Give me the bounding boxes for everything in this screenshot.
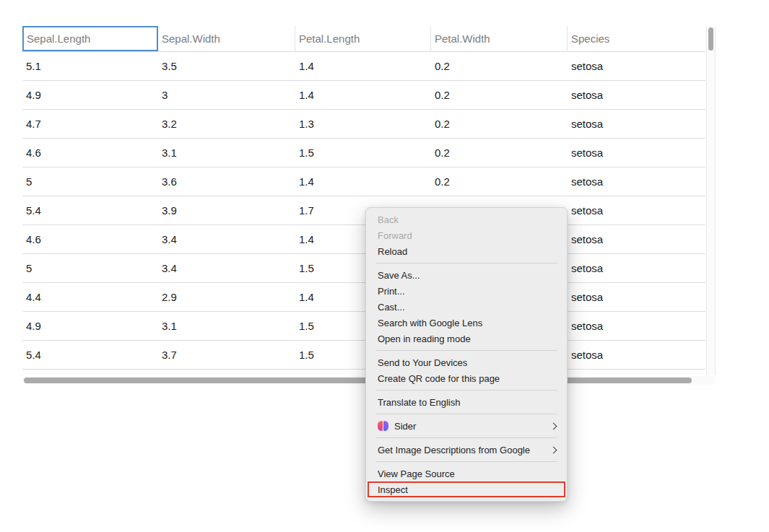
table-cell[interactable]: 5.4 <box>22 196 158 224</box>
table-cell[interactable]: 3.2 <box>158 110 295 138</box>
table-cell[interactable]: 5 <box>22 254 158 282</box>
column-header-petal-width[interactable]: Petal.Width <box>431 26 568 51</box>
table-cell[interactable]: 3.1 <box>158 139 295 167</box>
table-cell[interactable]: setosa <box>568 139 705 167</box>
table-cell[interactable]: setosa <box>568 283 705 311</box>
table-cell[interactable]: 4.6 <box>22 225 158 253</box>
menu-item-label: Translate to English <box>378 397 558 408</box>
table-cell[interactable]: 1.4 <box>295 52 431 80</box>
cell-value: 4.6 <box>26 233 41 245</box>
horizontal-scrollbar-thumb[interactable] <box>24 378 692 383</box>
menu-item-label: Back <box>378 214 558 225</box>
cell-value: 4.4 <box>26 291 41 303</box>
menu-separator <box>376 437 557 438</box>
menu-item-send-to-your-devices[interactable]: Send to Your Devices <box>366 354 567 370</box>
table-cell[interactable]: 3.6 <box>158 167 295 196</box>
table-cell[interactable]: 0.2 <box>431 167 568 196</box>
table-cell[interactable]: 0.2 <box>431 110 568 138</box>
menu-item-reload[interactable]: Reload <box>366 243 567 259</box>
cell-value: setosa <box>571 291 603 303</box>
table-cell[interactable]: 3.9 <box>158 196 295 224</box>
table-cell[interactable]: 3 <box>158 81 295 109</box>
table-cell[interactable]: 0.2 <box>431 139 568 167</box>
cell-value: setosa <box>571 89 603 101</box>
menu-item-label: Reload <box>378 246 558 257</box>
table-cell[interactable]: 1.4 <box>295 167 431 196</box>
menu-separator <box>376 263 557 263</box>
table-cell[interactable]: setosa <box>568 110 705 138</box>
table-cell[interactable]: setosa <box>568 167 705 196</box>
menu-item-create-qr-code-for-this-page[interactable]: Create QR code for this page <box>366 370 567 386</box>
cell-value: 3.6 <box>162 175 177 188</box>
table-row: 4.73.21.30.2setosa <box>22 110 705 139</box>
table-row: 4.63.41.4setosa <box>22 225 705 254</box>
table-cell[interactable]: setosa <box>568 254 705 282</box>
table-cell[interactable]: 2.9 <box>158 283 295 311</box>
table-cell[interactable]: setosa <box>568 52 705 80</box>
table-cell[interactable]: 5.4 <box>22 341 158 369</box>
table-cell[interactable]: 4.4 <box>22 283 158 311</box>
table-cell[interactable]: 1.5 <box>295 139 431 167</box>
table-cell[interactable]: 0.2 <box>431 81 568 109</box>
menu-item-open-in-reading-mode[interactable]: Open in reading mode <box>366 331 567 346</box>
table-cell[interactable]: 4.9 <box>22 312 158 340</box>
cell-value: 0.2 <box>435 147 450 159</box>
cell-value: 5.4 <box>26 204 41 217</box>
table-cell[interactable]: 3.5 <box>158 52 295 80</box>
column-header-sepal-length[interactable]: Sepal.Length <box>22 26 158 51</box>
menu-item-sider[interactable]: Sider <box>366 418 567 434</box>
cell-value: 1.5 <box>299 147 314 159</box>
cell-value: 4.9 <box>26 89 41 101</box>
menu-item-inspect[interactable]: Inspect <box>368 481 565 497</box>
table-cell[interactable]: setosa <box>568 196 705 224</box>
cell-value: 1.5 <box>299 262 314 274</box>
table-cell[interactable]: 1.4 <box>295 81 431 109</box>
table-cell[interactable]: 4.6 <box>22 139 158 167</box>
menu-item-label: Print... <box>378 286 558 297</box>
cell-value: 0.2 <box>435 89 450 101</box>
table-cell[interactable]: 4.9 <box>22 81 158 109</box>
menu-item-label: Open in reading mode <box>378 333 558 344</box>
table-cell[interactable]: setosa <box>568 341 705 369</box>
column-header-petal-length[interactable]: Petal.Length <box>295 26 431 51</box>
vertical-scrollbar-thumb[interactable] <box>708 27 713 51</box>
table-cell[interactable]: 3.7 <box>158 341 295 369</box>
column-header-species[interactable]: Species <box>568 26 705 51</box>
menu-item-search-with-google-lens[interactable]: Search with Google Lens <box>366 315 567 331</box>
table-cell[interactable]: 3.4 <box>158 254 295 282</box>
table-cell[interactable]: 3.1 <box>158 312 295 340</box>
table-cell[interactable]: setosa <box>568 225 705 253</box>
column-header-label: Sepal.Length <box>27 32 90 45</box>
menu-item-save-as[interactable]: Save As... <box>366 267 567 283</box>
submenu-arrow-icon <box>550 422 557 429</box>
table-cell[interactable]: 5.1 <box>22 52 158 80</box>
menu-item-get-image-descriptions-from-google[interactable]: Get Image Descriptions from Google <box>366 442 567 458</box>
table-cell[interactable]: 0.2 <box>431 52 568 80</box>
context-menu: BackForwardReloadSave As...Print...Cast.… <box>365 207 568 502</box>
menu-item-print[interactable]: Print... <box>366 283 567 299</box>
table-cell[interactable]: 5 <box>22 167 158 196</box>
submenu-arrow-icon <box>550 446 557 453</box>
menu-separator <box>376 390 557 391</box>
menu-item-cast[interactable]: Cast... <box>366 299 567 315</box>
menu-item-back: Back <box>366 212 567 227</box>
menu-item-label: Create QR code for this page <box>378 373 558 384</box>
cell-value: setosa <box>571 233 603 245</box>
table-body: 5.13.51.40.2setosa4.931.40.2setosa4.73.2… <box>22 52 705 370</box>
menu-item-view-page-source[interactable]: View Page Source <box>366 466 567 481</box>
cell-value: 2.9 <box>162 291 177 303</box>
table-cell[interactable]: setosa <box>568 312 705 340</box>
column-header-label: Sepal.Width <box>162 32 220 45</box>
cell-value: 1.4 <box>299 89 314 101</box>
cell-value: 3.1 <box>162 320 177 332</box>
table-cell[interactable]: 1.3 <box>295 110 431 138</box>
menu-item-translate-to-english[interactable]: Translate to English <box>366 394 567 410</box>
table-cell[interactable]: 3.4 <box>158 225 295 253</box>
table-row: 4.63.11.50.2setosa <box>22 139 705 167</box>
table-cell[interactable]: setosa <box>568 81 705 109</box>
cell-value: setosa <box>571 147 603 159</box>
table-header-row: Sepal.LengthSepal.WidthPetal.LengthPetal… <box>22 26 705 52</box>
vertical-scrollbar[interactable] <box>706 27 716 375</box>
column-header-sepal-width[interactable]: Sepal.Width <box>158 26 295 51</box>
table-cell[interactable]: 4.7 <box>22 110 158 138</box>
